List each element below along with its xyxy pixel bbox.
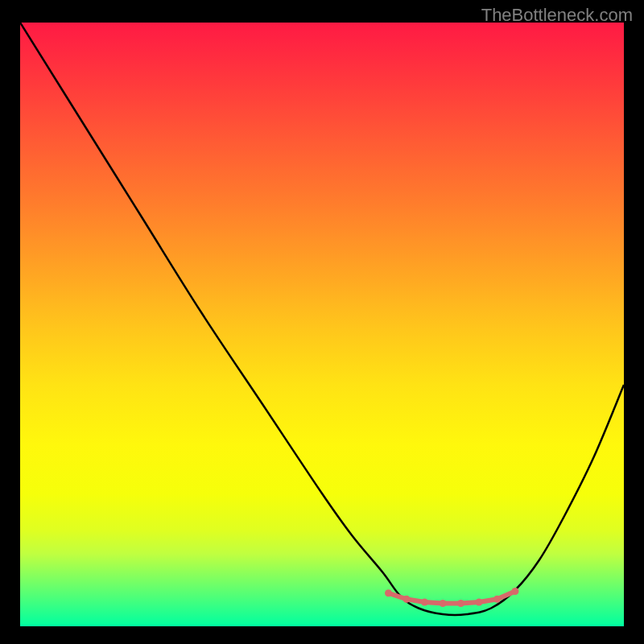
optimal-zone-dot bbox=[421, 599, 428, 606]
optimal-zone-dot bbox=[440, 600, 447, 607]
optimal-zone-dot bbox=[476, 599, 483, 606]
curve-layer bbox=[20, 23, 624, 626]
optimal-zone-dot bbox=[457, 600, 464, 607]
plot-area bbox=[20, 23, 624, 626]
watermark-text: TheBottleneck.com bbox=[481, 5, 633, 26]
optimal-zone-dot bbox=[403, 596, 411, 603]
optimal-zone-dot bbox=[512, 588, 519, 595]
optimal-zone-dot bbox=[385, 589, 392, 597]
optimal-zone-dot bbox=[493, 596, 501, 603]
bottleneck-curve-path bbox=[20, 23, 624, 615]
